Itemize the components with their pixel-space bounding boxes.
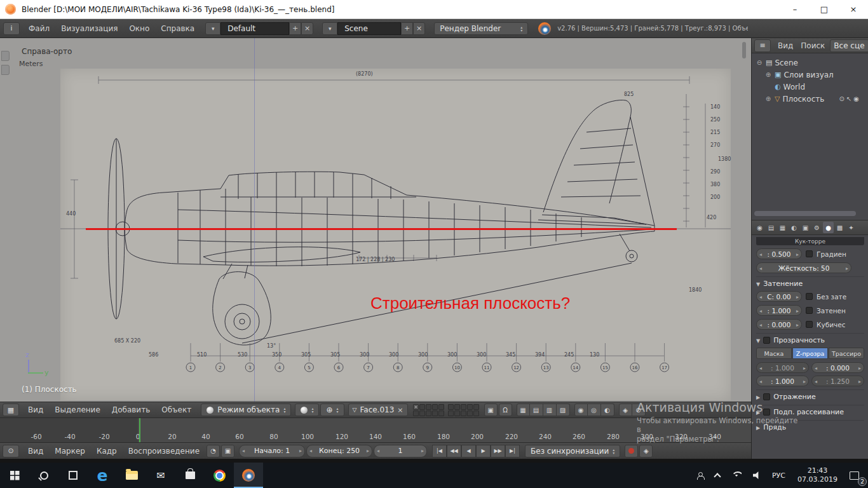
current-frame-field[interactable]: 1 (374, 445, 427, 458)
section-sss[interactable]: Подп. рассеивание (756, 405, 864, 416)
transparency-mode-tab[interactable]: Трассиро (829, 348, 864, 359)
start-frame-field[interactable]: Начало: 1 (239, 445, 305, 458)
maximize-button[interactable]: □ (810, 0, 839, 18)
tab-world[interactable]: ◐ (789, 222, 799, 233)
menu-item[interactable]: Воспроизведение (123, 447, 205, 456)
scene-name[interactable]: Scene (337, 22, 401, 35)
translucency-slider[interactable]: : 0.000 (756, 319, 802, 330)
menu-item[interactable]: Поиск (797, 41, 829, 50)
transparency-value-slider[interactable]: : 1.250 (811, 376, 864, 386)
edge-icon[interactable]: e (88, 463, 117, 488)
outliner-item-world[interactable]: ◐ World (752, 81, 868, 93)
header-toggle-button[interactable]: ▥ (543, 403, 557, 416)
mail-icon[interactable]: ✉ (146, 463, 175, 488)
layer-toggle[interactable] (461, 404, 466, 410)
lock-icon[interactable]: ▣ (221, 445, 234, 458)
tangent-checkbox[interactable] (806, 307, 813, 314)
hardness-slider[interactable]: Жёсткость: 50 (756, 262, 851, 273)
lock-icon[interactable]: ▣ (484, 403, 498, 416)
outliner-item-render-layers[interactable]: ⊕ ▣ Слои визуал (752, 69, 868, 81)
specular-intensity-slider[interactable]: : 0.500 (756, 248, 802, 259)
layer-toggle[interactable] (432, 410, 438, 416)
section-checkbox[interactable] (763, 409, 770, 416)
menu-item[interactable]: Маркер (49, 447, 91, 456)
header-toggle-button[interactable]: ◎ (588, 403, 601, 416)
menu-item[interactable]: Вид (774, 41, 797, 50)
playback-button[interactable]: ◀◀ (447, 445, 461, 458)
layer-toggle[interactable] (413, 404, 419, 410)
playback-button[interactable]: ▶| (505, 445, 520, 458)
header-toggle-button[interactable]: ▨ (557, 403, 570, 416)
start-button[interactable] (0, 463, 29, 488)
mode-dropdown[interactable]: Режим объекта ▴ ▾ (201, 403, 291, 416)
layer-toggle[interactable] (454, 404, 460, 410)
transparency-value-slider[interactable]: : 0.000 (811, 362, 864, 373)
network-button[interactable] (726, 463, 747, 488)
expander-icon[interactable]: ⊖ (756, 59, 763, 66)
layer-toggle[interactable] (413, 410, 419, 416)
layer-toggle[interactable] (473, 404, 479, 410)
layer-toggle[interactable] (467, 404, 473, 410)
chrome-icon[interactable] (205, 463, 234, 488)
delete-scene-button[interactable]: × (413, 22, 425, 35)
tab-texture[interactable]: ▩ (834, 222, 845, 233)
menu-item[interactable]: Окно (123, 24, 155, 33)
viewport-scrollbar[interactable] (742, 42, 746, 58)
record-button[interactable] (625, 445, 638, 458)
add-scene-button[interactable]: + (401, 22, 413, 35)
layer-toggle[interactable] (432, 404, 438, 410)
outliner-item-plane[interactable]: ⊕ ▽ Плоскость ⊙↖◉ (752, 93, 868, 105)
playback-button[interactable]: ▶ (476, 445, 491, 458)
tab-object[interactable]: ▣ (800, 222, 811, 233)
transparency-mode-tab[interactable]: Маска (756, 348, 792, 359)
specular-shader-dropdown[interactable]: Кук-торре (756, 237, 864, 245)
tab-render[interactable]: ◉ (754, 222, 765, 233)
emit-slider[interactable]: C: 0.00 (756, 291, 802, 302)
layer-toggle[interactable] (467, 410, 473, 416)
file-explorer-icon[interactable] (117, 463, 146, 488)
browse-layout-icon[interactable]: ▾ (205, 22, 220, 35)
delete-layout-button[interactable]: × (301, 22, 313, 35)
preview-range-icon[interactable]: ◔ (207, 445, 220, 458)
item-action-icon[interactable]: ⊙ (839, 95, 844, 102)
layer-toggle[interactable] (461, 410, 466, 416)
end-frame-field[interactable]: Конец: 250 (306, 445, 372, 458)
shading-dropdown[interactable]: ▴ ▾ (295, 403, 319, 416)
current-frame-indicator[interactable] (139, 418, 140, 442)
browse-scene-icon[interactable]: ▾ (322, 22, 337, 35)
outliner-scrollbar[interactable] (754, 211, 856, 216)
header-toggle-button[interactable]: ◉ (574, 403, 588, 416)
language-indicator[interactable]: РУС (766, 463, 791, 488)
snap-magnet-icon[interactable]: Ω (499, 403, 512, 416)
keying-set-icon[interactable]: ◈ (639, 445, 653, 458)
toolshelf-toggle[interactable] (1, 51, 10, 61)
menu-item[interactable]: Добавить (106, 405, 156, 414)
outliner-display-dropdown[interactable]: Все сце (830, 39, 868, 52)
ambient-slider[interactable]: : 1.000 (756, 305, 802, 316)
header-toggle-button[interactable]: ◈ (619, 403, 632, 416)
timeline-ruler[interactable]: -60-40-200204060801001201401601802002202… (0, 418, 751, 442)
editor-type-icon[interactable]: ≡ (754, 39, 771, 52)
expander-icon[interactable]: ⊕ (764, 95, 772, 102)
layer-toggle[interactable] (426, 410, 431, 416)
layer-toggle[interactable] (419, 410, 425, 416)
menu-item[interactable]: Вид (22, 405, 49, 414)
layer-toggle[interactable] (448, 410, 454, 416)
snap-target-field[interactable]: ▽ Face.013 × (348, 403, 408, 416)
layer-toggle[interactable] (419, 404, 425, 410)
pivot-dropdown[interactable]: ⊕ ▴ ▾ (320, 403, 344, 416)
hidden-icons-button[interactable] (709, 463, 726, 488)
properties-shelf-toggle[interactable] (1, 65, 10, 75)
layer-toggle[interactable] (426, 404, 431, 410)
transparency-value-slider[interactable]: : 1.000 (756, 376, 809, 386)
menu-item[interactable]: Визуализация (55, 24, 123, 33)
ramp-checkbox[interactable] (806, 250, 813, 257)
shadeless-checkbox[interactable] (806, 293, 813, 300)
playback-button[interactable]: |◀ (432, 445, 447, 458)
clear-icon[interactable]: × (397, 406, 403, 414)
outliner-item-scene[interactable]: ⊖ ▤ Scene (752, 57, 868, 69)
search-button[interactable] (29, 463, 58, 488)
layer-toggle[interactable] (438, 404, 444, 410)
editor-type-icon[interactable]: i (3, 22, 20, 35)
transparency-mode-tab[interactable]: Z-прозра (792, 348, 828, 359)
